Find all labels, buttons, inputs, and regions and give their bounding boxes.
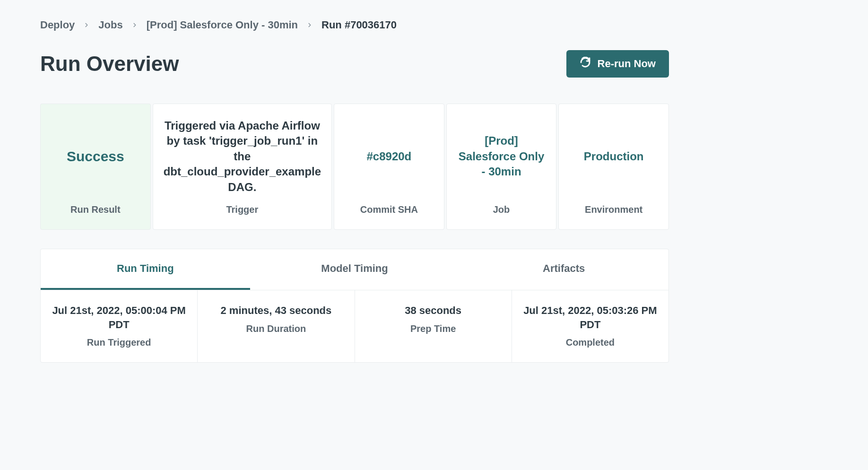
card-job: [Prod] Salesforce Only - 30min Job bbox=[446, 104, 557, 230]
tab-artifacts[interactable]: Artifacts bbox=[459, 249, 668, 290]
tab-model-timing[interactable]: Model Timing bbox=[250, 249, 460, 290]
refresh-icon bbox=[580, 57, 591, 71]
commit-sha-label: Commit SHA bbox=[360, 204, 418, 215]
rerun-button-label: Re-run Now bbox=[598, 58, 656, 70]
card-environment: Production Environment bbox=[558, 104, 669, 230]
page-header: Run Overview Re-run Now bbox=[40, 50, 669, 78]
breadcrumb-job-name[interactable]: [Prod] Salesforce Only - 30min bbox=[147, 19, 298, 31]
run-duration-value: 2 minutes, 43 seconds bbox=[207, 304, 345, 318]
breadcrumb-current: Run #70036170 bbox=[321, 19, 397, 31]
run-triggered-value: Jul 21st, 2022, 05:00:04 PM PDT bbox=[50, 304, 188, 331]
tabs: Run Timing Model Timing Artifacts bbox=[41, 249, 668, 290]
card-trigger: Triggered via Apache Airflow by task 'tr… bbox=[153, 104, 332, 230]
job-link[interactable]: [Prod] Salesforce Only - 30min bbox=[457, 118, 546, 195]
summary-cards: Success Run Result Triggered via Apache … bbox=[40, 104, 669, 230]
run-triggered-label: Run Triggered bbox=[50, 337, 188, 348]
run-result-label: Run Result bbox=[70, 204, 121, 215]
job-label: Job bbox=[493, 204, 510, 215]
chevron-right-icon bbox=[306, 22, 313, 28]
timing-cell-triggered: Jul 21st, 2022, 05:00:04 PM PDT Run Trig… bbox=[41, 290, 198, 362]
trigger-value: Triggered via Apache Airflow by task 'tr… bbox=[164, 118, 321, 195]
breadcrumb: Deploy Jobs [Prod] Salesforce Only - 30m… bbox=[40, 19, 669, 31]
environment-label: Environment bbox=[585, 204, 642, 215]
breadcrumb-deploy[interactable]: Deploy bbox=[40, 19, 75, 31]
environment-link[interactable]: Production bbox=[584, 118, 644, 195]
rerun-button[interactable]: Re-run Now bbox=[566, 50, 669, 78]
timing-cell-completed: Jul 21st, 2022, 05:03:26 PM PDT Complete… bbox=[512, 290, 668, 362]
timing-cell-prep: 38 seconds Prep Time bbox=[355, 290, 512, 362]
commit-sha-link[interactable]: #c8920d bbox=[367, 118, 412, 195]
prep-time-value: 38 seconds bbox=[365, 304, 502, 318]
card-commit-sha: #c8920d Commit SHA bbox=[334, 104, 444, 230]
timing-cell-duration: 2 minutes, 43 seconds Run Duration bbox=[198, 290, 355, 362]
timing-panel: Run Timing Model Timing Artifacts Jul 21… bbox=[40, 249, 669, 363]
completed-label: Completed bbox=[521, 337, 659, 348]
run-duration-label: Run Duration bbox=[207, 323, 345, 334]
prep-time-label: Prep Time bbox=[365, 323, 502, 334]
chevron-right-icon bbox=[131, 22, 138, 28]
run-result-value: Success bbox=[67, 118, 124, 195]
run-timing-grid: Jul 21st, 2022, 05:00:04 PM PDT Run Trig… bbox=[41, 290, 668, 362]
card-run-result: Success Run Result bbox=[40, 104, 151, 230]
completed-value: Jul 21st, 2022, 05:03:26 PM PDT bbox=[521, 304, 659, 331]
chevron-right-icon bbox=[83, 22, 90, 28]
tab-run-timing[interactable]: Run Timing bbox=[41, 249, 250, 290]
breadcrumb-jobs[interactable]: Jobs bbox=[98, 19, 122, 31]
trigger-label: Trigger bbox=[226, 204, 258, 215]
page-title: Run Overview bbox=[40, 52, 179, 76]
